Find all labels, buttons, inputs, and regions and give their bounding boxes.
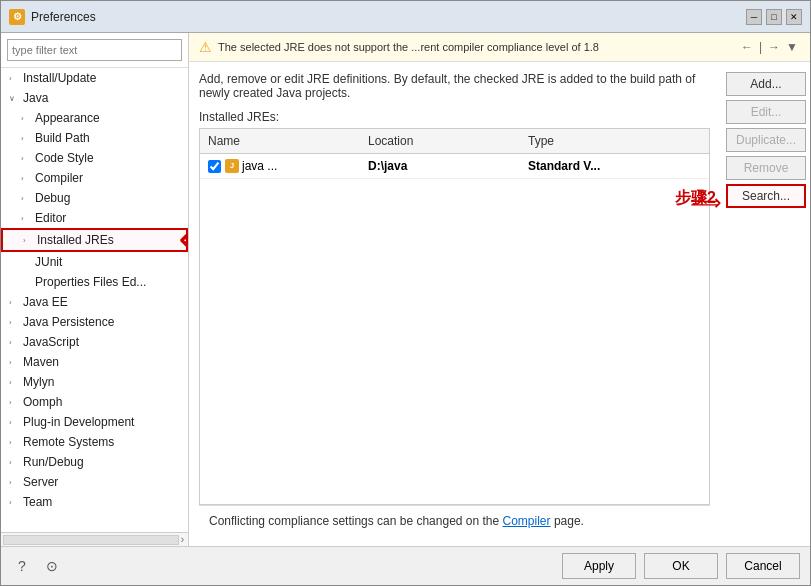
sidebar-item-appearance[interactable]: › Appearance [1, 108, 188, 128]
title-bar: ⚙ Preferences ─ □ ✕ [1, 1, 810, 33]
maximize-button[interactable]: □ [766, 9, 782, 25]
cancel-button[interactable]: Cancel [726, 553, 800, 579]
scroll-right-icon[interactable]: › [181, 534, 188, 545]
sidebar-item-compiler[interactable]: › Compiler [1, 168, 188, 188]
sidebar-item-label: Maven [23, 355, 59, 369]
sidebar-item-debug[interactable]: › Debug [1, 188, 188, 208]
sidebar-item-installed-jres[interactable]: › Installed JREs ⟸ 步骤1 [1, 228, 188, 252]
compliance-suffix: page. [554, 514, 584, 528]
panel-body-container: Add, remove or edit JRE definitions. By … [189, 62, 810, 546]
sidebar-item-label: Debug [35, 191, 70, 205]
sidebar-item-properties[interactable]: Properties Files Ed... [1, 272, 188, 292]
sidebar-item-build-path[interactable]: › Build Path [1, 128, 188, 148]
duplicate-button[interactable]: Duplicate... [726, 128, 806, 152]
back-button[interactable]: ← [739, 40, 755, 54]
add-button[interactable]: Add... [726, 72, 806, 96]
col-type-header: Type [520, 132, 709, 150]
sidebar-item-label: Compiler [35, 171, 83, 185]
arrow-step1-icon: ⟸ [179, 225, 188, 256]
settings-button[interactable]: ⊙ [41, 555, 63, 577]
dropdown-button[interactable]: ▼ [784, 40, 800, 54]
right-panel: ⚠ The selected JRE does not support the … [189, 33, 810, 546]
sidebar-item-label: JUnit [35, 255, 62, 269]
sidebar-item-maven[interactable]: › Maven [1, 352, 188, 372]
sidebar-item-label: Editor [35, 211, 66, 225]
section-label: Installed JREs: [199, 110, 710, 124]
sidebar-item-label: Appearance [35, 111, 100, 125]
sidebar-item-run-debug[interactable]: › Run/Debug [1, 452, 188, 472]
sidebar: › Install/Update ∨ Java › Appearance › B… [1, 33, 189, 546]
horizontal-scrollbar[interactable] [3, 535, 179, 545]
expand-arrow: › [9, 478, 21, 487]
warning-bar: ⚠ The selected JRE does not support the … [189, 33, 810, 62]
expand-arrow: › [21, 134, 33, 143]
minimize-button[interactable]: ─ [746, 9, 762, 25]
remove-button[interactable]: Remove [726, 156, 806, 180]
tree: › Install/Update ∨ Java › Appearance › B… [1, 68, 188, 532]
sidebar-item-label: Run/Debug [23, 455, 84, 469]
forward-button[interactable]: → [766, 40, 782, 54]
sidebar-item-code-style[interactable]: › Code Style [1, 148, 188, 168]
java-icon: J [225, 159, 239, 173]
expand-arrow: › [21, 194, 33, 203]
expand-arrow: › [21, 214, 33, 223]
sidebar-scrollbar[interactable]: › [1, 532, 188, 546]
sidebar-item-oomph[interactable]: › Oomph [1, 392, 188, 412]
col-name-header: Name [200, 132, 360, 150]
sidebar-item-label: Java [23, 91, 48, 105]
apply-button[interactable]: Apply [562, 553, 636, 579]
window-title: Preferences [31, 10, 746, 24]
close-button[interactable]: ✕ [786, 9, 802, 25]
expand-arrow: › [9, 378, 21, 387]
sidebar-item-label: Code Style [35, 151, 94, 165]
sidebar-item-server[interactable]: › Server [1, 472, 188, 492]
sidebar-item-java[interactable]: ∨ Java [1, 88, 188, 108]
separator: | [757, 40, 764, 54]
sidebar-item-label: Properties Files Ed... [35, 275, 146, 289]
table-row[interactable]: J java ... D:\java Standard V... [200, 154, 709, 179]
expand-arrow: › [9, 498, 21, 507]
sidebar-item-javascript[interactable]: › JavaScript [1, 332, 188, 352]
expand-arrow: › [9, 438, 21, 447]
sidebar-item-remote-systems[interactable]: › Remote Systems [1, 432, 188, 452]
expand-arrow: › [21, 174, 33, 183]
expand-arrow: › [9, 298, 21, 307]
preferences-window: ⚙ Preferences ─ □ ✕ › Install/Update ∨ J… [0, 0, 811, 586]
jre-table: Name Location Type J java ... [199, 128, 710, 505]
sidebar-item-editor[interactable]: › Editor [1, 208, 188, 228]
expand-arrow: › [9, 458, 21, 467]
expand-arrow: › [21, 114, 33, 123]
sidebar-item-plugin-dev[interactable]: › Plug-in Development [1, 412, 188, 432]
ok-button[interactable]: OK [644, 553, 718, 579]
main-content: › Install/Update ∨ Java › Appearance › B… [1, 33, 810, 546]
sidebar-item-java-persistence[interactable]: › Java Persistence [1, 312, 188, 332]
search-area: Search... 步骤2 ⟹ [726, 184, 804, 208]
expand-arrow: › [9, 358, 21, 367]
help-button[interactable]: ? [11, 555, 33, 577]
search-button[interactable]: Search... [726, 184, 806, 208]
compliance-area: Conflicting compliance settings can be c… [199, 505, 710, 536]
warning-text: The selected JRE does not support the ..… [218, 41, 733, 53]
edit-button[interactable]: Edit... [726, 100, 806, 124]
sidebar-item-java-ee[interactable]: › Java EE [1, 292, 188, 312]
expand-arrow: › [9, 398, 21, 407]
sidebar-item-label: Remote Systems [23, 435, 114, 449]
table-header: Name Location Type [200, 129, 709, 154]
footer: ? ⊙ Apply OK Cancel [1, 546, 810, 585]
search-box [1, 33, 188, 68]
expand-arrow: › [23, 236, 35, 245]
jre-location: D:\java [368, 159, 407, 173]
sidebar-item-team[interactable]: › Team [1, 492, 188, 512]
window-icon: ⚙ [9, 9, 25, 25]
sidebar-item-mylyn[interactable]: › Mylyn [1, 372, 188, 392]
search-input[interactable] [7, 39, 182, 61]
compiler-link[interactable]: Compiler [503, 514, 551, 528]
button-column: Add... Edit... Duplicate... Remove Searc… [720, 62, 810, 546]
description-text: Add, remove or edit JRE definitions. By … [199, 72, 710, 100]
jre-checkbox[interactable] [208, 160, 221, 173]
sidebar-item-junit[interactable]: JUnit [1, 252, 188, 272]
footer-right: Apply OK Cancel [562, 553, 800, 579]
sidebar-item-install-update[interactable]: › Install/Update [1, 68, 188, 88]
sidebar-item-label: Install/Update [23, 71, 96, 85]
expand-arrow: ∨ [9, 94, 21, 103]
